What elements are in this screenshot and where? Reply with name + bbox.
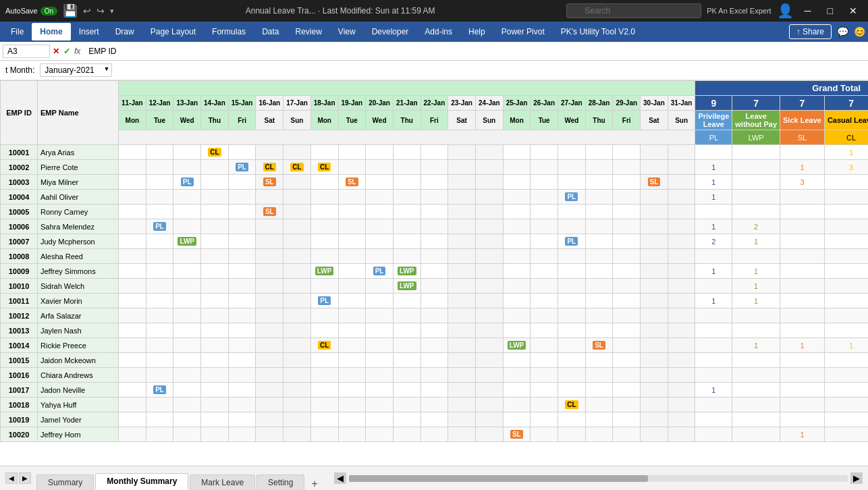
date-cell[interactable] bbox=[585, 279, 613, 294]
date-cell[interactable] bbox=[448, 398, 476, 412]
date-cell[interactable] bbox=[558, 160, 586, 175]
date-cell[interactable] bbox=[503, 412, 531, 427]
date-cell[interactable] bbox=[119, 308, 146, 323]
date-cell[interactable] bbox=[366, 234, 394, 249]
date-cell[interactable] bbox=[338, 279, 366, 294]
date-cell[interactable] bbox=[641, 190, 668, 205]
date-cell[interactable] bbox=[421, 205, 448, 219]
emp-id-cell[interactable]: 10019 bbox=[1, 412, 38, 427]
date-cell[interactable] bbox=[201, 190, 229, 205]
date-cell[interactable] bbox=[310, 353, 338, 368]
date-cell[interactable] bbox=[228, 279, 256, 294]
tab-insert[interactable]: Insert bbox=[71, 23, 107, 40]
date-cell[interactable] bbox=[503, 279, 531, 294]
date-cell[interactable] bbox=[503, 353, 531, 368]
emp-id-cell[interactable]: 10018 bbox=[1, 398, 38, 412]
date-cell[interactable]: PL bbox=[228, 160, 256, 175]
date-cell[interactable] bbox=[256, 234, 283, 249]
date-cell[interactable] bbox=[228, 308, 256, 323]
emp-id-cell[interactable]: 10020 bbox=[1, 427, 38, 442]
date-cell[interactable] bbox=[531, 368, 558, 383]
date-cell[interactable] bbox=[228, 249, 256, 264]
date-cell[interactable] bbox=[228, 353, 256, 368]
date-cell[interactable] bbox=[201, 427, 229, 442]
date-cell[interactable] bbox=[585, 160, 613, 175]
date-cell[interactable] bbox=[173, 353, 201, 368]
date-cell[interactable] bbox=[201, 323, 229, 338]
date-cell[interactable] bbox=[421, 249, 448, 264]
date-cell[interactable] bbox=[503, 264, 531, 279]
date-cell[interactable] bbox=[641, 294, 668, 308]
date-cell[interactable] bbox=[585, 398, 613, 412]
date-cell[interactable] bbox=[421, 160, 448, 175]
tab-page-layout[interactable]: Page Layout bbox=[142, 23, 204, 40]
date-cell[interactable] bbox=[201, 175, 229, 190]
date-cell[interactable] bbox=[366, 323, 394, 338]
date-cell[interactable] bbox=[146, 264, 173, 279]
date-cell[interactable] bbox=[585, 383, 613, 398]
date-cell[interactable] bbox=[475, 294, 503, 308]
date-cell[interactable] bbox=[119, 160, 146, 175]
date-cell[interactable] bbox=[641, 338, 668, 353]
date-cell[interactable] bbox=[448, 338, 476, 353]
date-cell[interactable] bbox=[475, 323, 503, 338]
date-cell[interactable] bbox=[228, 264, 256, 279]
date-cell[interactable] bbox=[119, 338, 146, 353]
date-cell[interactable] bbox=[448, 308, 476, 323]
date-cell[interactable] bbox=[475, 205, 503, 219]
date-cell[interactable] bbox=[310, 398, 338, 412]
date-cell[interactable] bbox=[119, 323, 146, 338]
tab-help[interactable]: Help bbox=[460, 23, 493, 40]
tab-file[interactable]: File bbox=[3, 23, 32, 40]
date-cell[interactable] bbox=[228, 368, 256, 383]
emp-id-cell[interactable]: 10004 bbox=[1, 190, 38, 205]
date-cell[interactable] bbox=[119, 368, 146, 383]
tab-review[interactable]: Review bbox=[287, 23, 329, 40]
date-cell[interactable] bbox=[119, 264, 146, 279]
date-cell[interactable] bbox=[338, 412, 366, 427]
emp-id-cell[interactable]: 10013 bbox=[1, 323, 38, 338]
emp-name-cell[interactable]: Jaidon Mckeown bbox=[38, 353, 119, 368]
date-cell[interactable] bbox=[283, 294, 311, 308]
date-cell[interactable] bbox=[173, 249, 201, 264]
date-cell[interactable] bbox=[585, 175, 613, 190]
date-cell[interactable] bbox=[585, 368, 613, 383]
emp-name-cell[interactable]: Jeffrey Horn bbox=[38, 427, 119, 442]
date-cell[interactable] bbox=[146, 353, 173, 368]
date-cell[interactable] bbox=[475, 219, 503, 234]
date-cell[interactable] bbox=[310, 323, 338, 338]
date-cell[interactable] bbox=[119, 175, 146, 190]
scroll-right[interactable]: ▶ bbox=[850, 472, 863, 484]
date-cell[interactable] bbox=[146, 234, 173, 249]
emp-name-cell[interactable]: Arfa Salazar bbox=[38, 308, 119, 323]
date-cell[interactable] bbox=[310, 412, 338, 427]
date-cell[interactable] bbox=[503, 398, 531, 412]
date-cell[interactable] bbox=[503, 383, 531, 398]
date-cell[interactable] bbox=[421, 412, 448, 427]
date-cell[interactable] bbox=[613, 294, 641, 308]
date-cell[interactable] bbox=[668, 279, 695, 294]
date-cell[interactable] bbox=[421, 264, 448, 279]
date-cell[interactable] bbox=[146, 308, 173, 323]
date-cell[interactable] bbox=[366, 249, 394, 264]
date-cell[interactable] bbox=[228, 175, 256, 190]
date-cell[interactable] bbox=[173, 368, 201, 383]
emp-name-cell[interactable]: Arya Arias bbox=[38, 145, 119, 160]
date-cell[interactable] bbox=[421, 427, 448, 442]
date-cell[interactable] bbox=[338, 323, 366, 338]
date-cell[interactable] bbox=[283, 249, 311, 264]
scroll-left[interactable]: ◀ bbox=[334, 472, 346, 484]
date-cell[interactable] bbox=[173, 279, 201, 294]
emp-name-cell[interactable]: Rickie Preece bbox=[38, 338, 119, 353]
date-cell[interactable] bbox=[448, 160, 476, 175]
date-cell[interactable]: PL bbox=[173, 175, 201, 190]
emp-id-cell[interactable]: 10007 bbox=[1, 234, 38, 249]
date-cell[interactable] bbox=[668, 308, 695, 323]
date-cell[interactable] bbox=[256, 338, 283, 353]
date-cell[interactable] bbox=[585, 412, 613, 427]
date-cell[interactable] bbox=[283, 368, 311, 383]
date-cell[interactable] bbox=[366, 368, 394, 383]
emp-name-cell[interactable]: Aahil Oliver bbox=[38, 190, 119, 205]
tab-home[interactable]: Home bbox=[32, 23, 70, 40]
date-cell[interactable] bbox=[531, 427, 558, 442]
